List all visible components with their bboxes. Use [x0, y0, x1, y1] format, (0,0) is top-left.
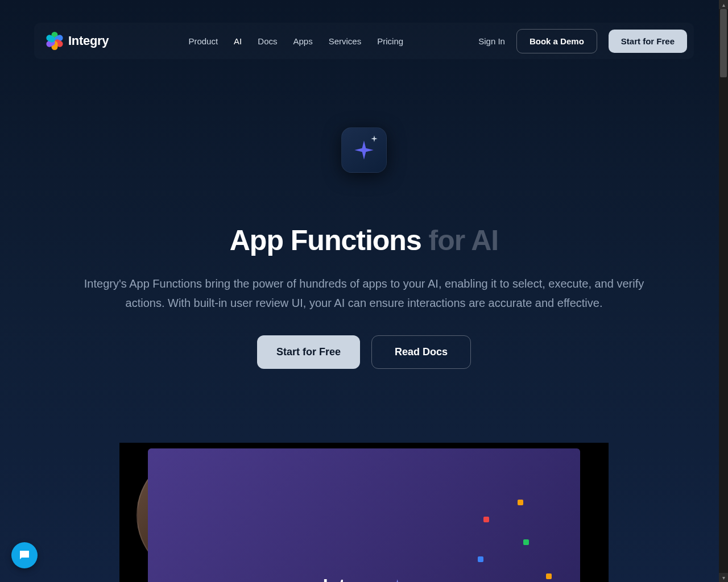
logo-icon [46, 32, 64, 50]
book-demo-button[interactable]: Book a Demo [516, 29, 597, 53]
start-free-nav-button[interactable]: Start for Free [609, 30, 687, 53]
video-section: Integry [108, 443, 620, 582]
video-player[interactable]: Integry [119, 443, 609, 582]
hero-section: App Functions for AI Integry's App Funct… [0, 59, 728, 403]
nav-link-ai[interactable]: AI [234, 36, 242, 46]
hero-description: Integry's App Functions bring the power … [77, 274, 651, 313]
video-preview: Integry [148, 448, 580, 582]
main-navigation: Integry Product AI Docs Apps Services Pr… [34, 23, 694, 59]
hero-actions: Start for Free Read Docs [23, 335, 705, 369]
brand-logo[interactable]: Integry [41, 27, 113, 55]
hero-title-muted: for AI [421, 225, 499, 256]
scroll-thumb[interactable] [720, 9, 727, 77]
hero-title-main: App Functions [230, 225, 421, 256]
scrollbar[interactable]: ▴ ▾ [719, 0, 728, 582]
nav-link-product[interactable]: Product [188, 36, 218, 46]
nav-link-apps[interactable]: Apps [293, 36, 312, 46]
nav-link-pricing[interactable]: Pricing [377, 36, 403, 46]
decorative-dot [546, 573, 552, 579]
nav-actions: Sign In Book a Demo Start for Free [478, 29, 687, 53]
read-docs-button[interactable]: Read Docs [371, 335, 471, 369]
hero-title: App Functions for AI [23, 224, 705, 257]
decorative-dot [483, 517, 489, 522]
nav-link-docs[interactable]: Docs [258, 36, 277, 46]
start-free-hero-button[interactable]: Start for Free [257, 335, 360, 369]
video-brand-text: Integry [323, 575, 384, 582]
scroll-down-button[interactable]: ▾ [719, 573, 728, 582]
hero-sparkle-icon [341, 127, 387, 173]
scroll-up-button[interactable]: ▴ [719, 0, 728, 9]
video-brand-overlay: Integry [323, 575, 406, 582]
decorative-dot [518, 500, 523, 505]
nav-link-services[interactable]: Services [329, 36, 362, 46]
brand-name: Integry [68, 34, 109, 48]
sign-in-link[interactable]: Sign In [478, 36, 505, 46]
chat-icon [18, 548, 31, 562]
chat-widget-button[interactable] [11, 542, 38, 568]
decorative-dot [478, 556, 483, 562]
decorative-dot [523, 539, 529, 545]
nav-links: Product AI Docs Apps Services Pricing [188, 36, 403, 46]
